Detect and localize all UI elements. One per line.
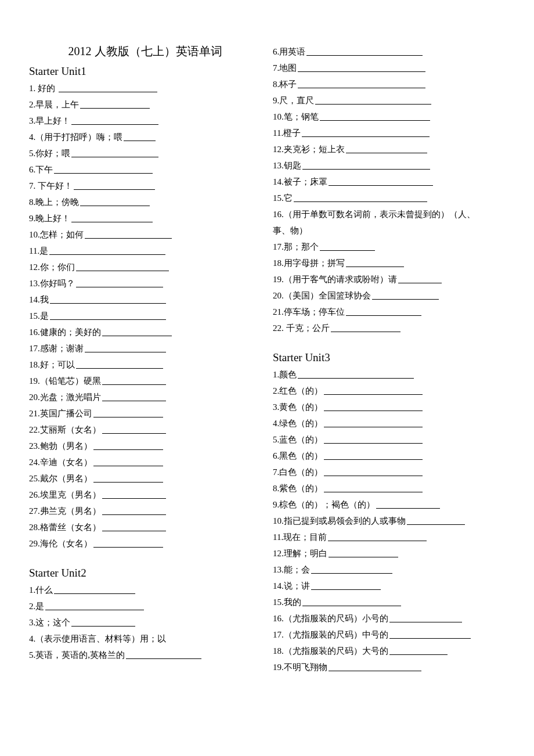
answer-blank[interactable] [311,564,392,574]
answer-blank[interactable] [76,278,163,287]
answer-blank[interactable] [54,585,135,594]
answer-blank[interactable] [102,522,166,531]
item-text: 8.晚上；傍晚 [29,197,79,207]
vocab-item: 26.埃里克（男名） [29,487,261,503]
answer-blank[interactable] [320,242,375,251]
answer-blank[interactable] [331,323,400,332]
answer-blank[interactable] [126,650,201,659]
answer-blank[interactable] [102,506,166,515]
answer-blank[interactable] [346,144,427,153]
item-text: 9.棕色（的）；褐色（的） [273,500,375,509]
answer-blank[interactable] [93,473,163,483]
item-text: 8.杯子 [273,80,297,89]
section-heading: Starter Unit3 [273,351,505,364]
item-text: 8.紫色（的） [273,484,323,493]
answer-blank[interactable] [398,274,442,283]
answer-blank[interactable] [93,408,163,417]
vocab-item: 7.白色（的） [273,464,505,480]
answer-blank[interactable] [93,538,163,548]
answer-blank[interactable] [311,581,381,590]
answer-blank[interactable] [124,132,156,141]
answer-blank[interactable] [80,197,150,206]
answer-blank[interactable] [93,441,163,450]
answer-blank[interactable] [80,99,150,109]
vocab-item: 11.是 [29,243,261,259]
answer-blank[interactable] [102,392,166,401]
answer-blank[interactable] [102,424,166,434]
answer-blank[interactable] [328,532,427,541]
item-text: 28.格蕾丝（女名） [29,523,101,532]
answer-blank[interactable] [74,181,155,190]
answer-blank[interactable] [372,290,439,300]
answer-blank[interactable] [324,434,423,444]
answer-blank[interactable] [50,294,166,304]
answer-blank[interactable] [45,601,144,610]
answer-blank[interactable] [71,148,158,157]
answer-blank[interactable] [389,646,448,655]
answer-blank[interactable] [76,359,163,369]
answer-blank[interactable] [324,386,423,395]
answer-blank[interactable] [329,548,398,557]
item-text: 11.橙子 [273,128,301,138]
answer-blank[interactable] [71,617,135,627]
spacer [273,336,505,348]
item-text: 17.那；那个 [273,242,319,251]
answer-blank[interactable] [324,483,423,492]
answer-blank[interactable] [59,83,157,92]
vocab-item: 9.晚上好！ [29,210,261,226]
answer-blank[interactable] [389,629,471,639]
answer-blank[interactable] [329,177,433,186]
answer-blank[interactable] [324,467,423,476]
answer-blank[interactable] [324,418,423,427]
item-text: 2.早晨，上午 [29,100,79,109]
answer-blank[interactable] [346,258,404,267]
answer-blank[interactable] [71,116,158,125]
answer-blank[interactable] [294,193,427,202]
answer-blank[interactable] [102,489,166,499]
item-text: 6.下午 [29,165,53,174]
answer-blank[interactable] [407,516,465,525]
vocab-item: 1. 好的 [29,80,261,96]
spacer [29,552,261,563]
item-text: 12.理解；明白 [273,549,327,558]
answer-blank[interactable] [102,376,166,385]
item-text: 4.（用于打招呼）嗨；喂 [29,132,122,142]
item-text: 12.你；你们 [29,262,75,272]
vocab-item: 17.感谢；谢谢 [29,340,261,357]
answer-blank[interactable] [298,369,414,379]
vocab-item: 28.格蕾丝（女名） [29,519,261,535]
answer-blank[interactable] [298,79,425,88]
answer-blank[interactable] [376,499,440,509]
answer-blank[interactable] [76,262,169,271]
answer-blank[interactable] [302,128,430,137]
answer-blank[interactable] [85,229,172,239]
answer-blank[interactable] [324,451,423,460]
answer-blank[interactable] [302,160,430,170]
item-text: 22. 千克；公斤 [273,323,330,333]
answer-blank[interactable] [49,246,165,255]
answer-blank[interactable] [298,63,425,72]
answer-blank[interactable] [346,307,421,316]
answer-blank[interactable] [93,457,163,466]
answer-blank[interactable] [302,597,401,606]
answer-blank[interactable] [315,95,431,105]
answer-blank[interactable] [329,662,421,671]
answer-blank[interactable] [71,213,153,222]
item-text: 19.（铅笔芯）硬黑 [29,376,101,386]
item-text: 20.光盘；激光唱片 [29,393,101,402]
answer-blank[interactable] [102,327,172,336]
answer-blank[interactable] [320,111,430,121]
answer-blank[interactable] [50,311,166,320]
answer-blank[interactable] [389,613,462,622]
vocab-item: 5.你好；喂 [29,145,261,161]
vocab-item: 13.钥匙 [273,157,505,174]
item-text: 4.绿色（的） [273,419,323,428]
answer-blank[interactable] [306,46,423,56]
answer-blank[interactable] [54,164,153,174]
vocab-item: 12.理解；明白 [273,545,505,561]
vocab-item: 1.什么 [29,582,261,598]
answer-blank[interactable] [85,343,166,352]
item-text: 20.（美国）全国篮球协会 [273,291,371,300]
answer-blank[interactable] [324,402,423,411]
vocab-item: 8.杯子 [273,76,505,92]
